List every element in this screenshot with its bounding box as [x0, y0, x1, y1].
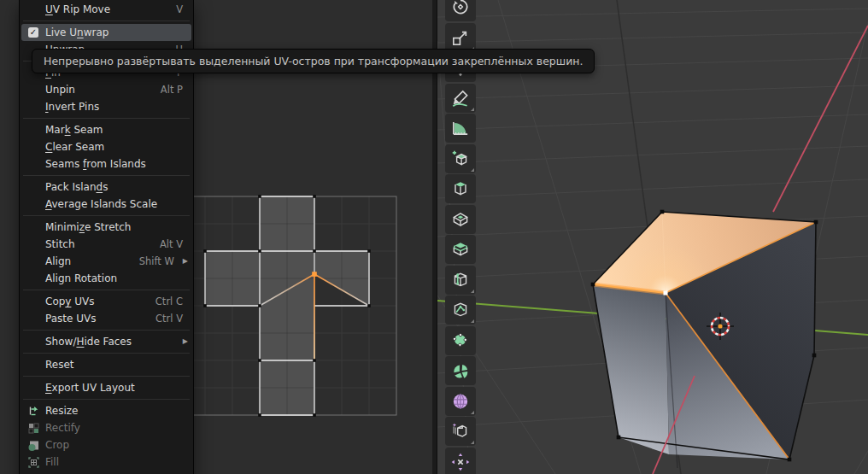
tool-add-cube-button[interactable] [445, 144, 476, 173]
scale-icon [450, 27, 471, 48]
menu-item-export-uv-layout[interactable]: Export UV Layout [21, 379, 191, 396]
menu-separator [23, 396, 190, 402]
live-unwrap-tooltip: Непрерывно развёртывать выделенный UV-ос… [32, 49, 595, 73]
menu-item-live-unwrap[interactable]: ✓Live Unwrap [21, 24, 191, 41]
tooltip-text: Непрерывно развёртывать выделенный UV-ос… [44, 55, 583, 67]
menu-separator [23, 18, 190, 24]
menu-item-fill[interactable]: Fill [21, 454, 191, 471]
bevel-icon [450, 239, 471, 260]
subtool-indicator [471, 290, 474, 293]
cube-selected-vertex[interactable] [664, 291, 668, 296]
menu-item-average-islands-scale[interactable]: Average Islands Scale [21, 196, 191, 213]
tool-loop-cut-button[interactable] [445, 266, 476, 295]
menu-separator [23, 350, 190, 356]
menu-item-label: Pack Islands [45, 178, 108, 196]
menu-item-label: Invert Pins [45, 98, 99, 115]
menu-item-stitch[interactable]: StitchAlt V [21, 236, 191, 253]
menu-item-align-rotation[interactable]: Align Rotation [21, 270, 191, 287]
tool-edge-slide-button[interactable] [445, 417, 476, 446]
menu-item-label: Mark Seam [45, 121, 103, 138]
menu-item-shortcut: Ctrl V [155, 310, 183, 327]
menu-separator [23, 287, 190, 293]
add-cube-icon [450, 149, 471, 169]
menu-item-shortcut: Alt P [161, 81, 183, 98]
menu-item-mark-seam[interactable]: Mark Seam [21, 121, 191, 138]
poly-build-icon [450, 331, 471, 351]
menu-item-show-hide-faces[interactable]: Show/Hide Faces▶ [21, 333, 191, 350]
menu-item-label: Average Islands Scale [45, 196, 157, 213]
menu-item-label: Crop [45, 436, 69, 454]
menu-item-icon [21, 405, 45, 418]
menu-item-pack-islands[interactable]: Pack Islands [21, 178, 191, 196]
menu-item-crop[interactable]: Crop [21, 436, 191, 454]
menu-item-label: Minimize Stretch [45, 219, 131, 236]
loop-cut-icon [450, 270, 471, 290]
menu-item-label: Show/Hide Faces [45, 333, 132, 350]
menu-item-label: Seams from Islands [45, 155, 146, 173]
tool-inset-faces-button[interactable] [445, 205, 476, 234]
tool-shrink-fatten-button[interactable] [445, 448, 476, 474]
tool-knife-button[interactable] [445, 296, 476, 325]
menu-separator [23, 373, 190, 379]
edge-slide-icon [450, 421, 471, 442]
tool-rotate-button[interactable] [445, 0, 476, 21]
menu-item-label: Paste UVs [45, 310, 96, 327]
menu-item-label: Clear Seam [45, 138, 104, 155]
annotate-icon [450, 88, 471, 108]
fill-icon [27, 456, 40, 469]
subtool-indicator [471, 108, 474, 111]
menu-item-item[interactable] [21, 471, 191, 474]
menu-item-label: Align [45, 253, 71, 270]
tool-measure-button[interactable] [445, 114, 476, 143]
uv-selected-vertex[interactable] [312, 272, 317, 277]
spin-icon [450, 360, 471, 381]
tool-spin-button[interactable] [445, 356, 476, 385]
menu-item-shortcut: Shift W [139, 253, 174, 270]
tool-scale-button[interactable] [445, 23, 476, 52]
tool-poly-build-button[interactable] [445, 326, 476, 355]
resize-icon [27, 405, 40, 418]
knife-icon [450, 300, 471, 320]
menu-item-uv-rip-move[interactable]: UV Rip MoveV [21, 1, 191, 18]
menu-item-clear-seam[interactable]: Clear Seam [21, 138, 191, 155]
tool-annotate-button[interactable] [445, 84, 476, 113]
menu-item-shortcut: V [176, 1, 183, 18]
menu-separator [23, 213, 190, 219]
menu-item-label: Live Unwrap [45, 24, 108, 41]
menu-item-label: Unpin [45, 81, 75, 98]
menu-item-align[interactable]: AlignShift W▶ [21, 253, 191, 270]
menu-item-resize[interactable]: Resize [21, 402, 191, 419]
shrink-fatten-icon [450, 452, 471, 472]
menu-item-minimize-stretch[interactable]: Minimize Stretch [21, 219, 191, 236]
subtool-indicator [471, 319, 474, 323]
tool-extrude-region-button[interactable] [445, 174, 476, 203]
checkbox-checked-icon: ✓ [28, 27, 38, 38]
menu-item-icon [21, 439, 45, 452]
menu-item-unpin[interactable]: UnpinAlt P [21, 81, 191, 98]
menu-separator [23, 115, 190, 121]
menu-item-invert-pins[interactable]: Invert Pins [21, 98, 191, 115]
crop-icon [27, 439, 40, 452]
menu-item-reset[interactable]: Reset [21, 356, 191, 373]
menu-item-shortcut: Alt V [160, 236, 183, 253]
menu-item-seams-from-islands[interactable]: Seams from Islands [21, 155, 191, 173]
submenu-arrow-icon: ▶ [183, 253, 188, 270]
menu-item-label: Align Rotation [45, 270, 117, 287]
menu-separator [23, 327, 190, 333]
menu-item-label: Fill [45, 454, 59, 471]
menu-separator [23, 173, 190, 178]
menu-item-rectify[interactable]: Rectify [21, 419, 191, 436]
rotate-icon [450, 0, 471, 17]
menu-item-label: Copy UVs [45, 293, 95, 310]
menu-item-label: Rectify [45, 419, 80, 436]
extrude-region-icon [450, 178, 471, 199]
menu-item-copy-uvs[interactable]: Copy UVsCtrl C [21, 293, 191, 310]
subtool-indicator [471, 411, 474, 414]
tool-bevel-button[interactable] [445, 235, 476, 264]
menu-item-paste-uvs[interactable]: Paste UVsCtrl V [21, 310, 191, 327]
tool-smooth-button[interactable] [445, 387, 476, 416]
measure-icon [450, 118, 471, 138]
menu-item-label: Stitch [45, 236, 75, 253]
menu-item-icon [21, 422, 45, 435]
menu-item-label: Reset [45, 356, 74, 373]
